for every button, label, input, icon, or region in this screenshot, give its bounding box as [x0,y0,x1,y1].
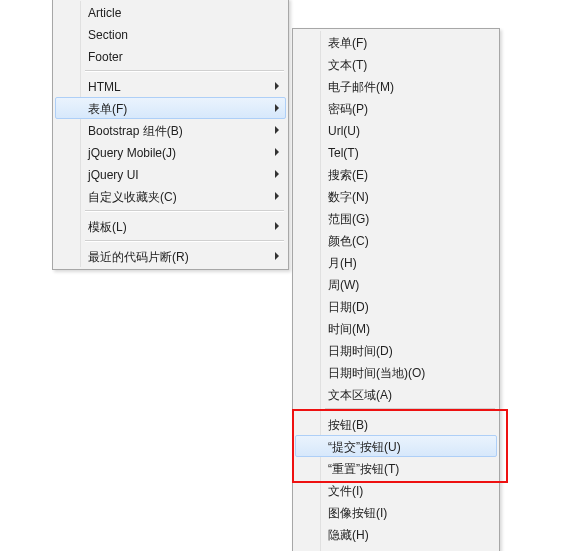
menu-item-label: 范围(G) [328,212,369,226]
menu-item-label: 搜索(E) [328,168,368,182]
menu-item-label: 按钮(B) [328,418,368,432]
menu-item-r-email[interactable]: 电子邮件(M) [295,75,497,97]
menu-item-label: 数字(N) [328,190,369,204]
menu-separator [85,210,284,212]
menu-item-r-date[interactable]: 日期(D) [295,295,497,317]
menu-separator [325,408,495,410]
menu-item-r-number[interactable]: 数字(N) [295,185,497,207]
menu-item-r-hidden[interactable]: 隐藏(H) [295,523,497,545]
menu-item-custom-fav[interactable]: 自定义收藏夹(C) [55,185,286,207]
menu-item-label: 文本区域(A) [328,388,392,402]
menu-item-label: “提交”按钮(U) [328,440,401,454]
menu-item-label: HTML [88,80,121,94]
menu-item-label: Bootstrap 组件(B) [88,124,183,138]
menu-item-label: jQuery UI [88,168,139,182]
menu-item-label: 日期(D) [328,300,369,314]
menu-item-label: 图像按钮(I) [328,506,387,520]
menu-item-r-image-button[interactable]: 图像按钮(I) [295,501,497,523]
menu-item-label: 表单(F) [88,102,127,116]
menu-item-label: “重置”按钮(T) [328,462,399,476]
menu-item-r-range[interactable]: 范围(G) [295,207,497,229]
menu-separator [85,240,284,242]
menu-item-label: Section [88,28,128,42]
menu-item-templates[interactable]: 模板(L) [55,215,286,237]
menu-item-r-time[interactable]: 时间(M) [295,317,497,339]
menu-item-label: 文件(I) [328,484,363,498]
menu-item-recent-snippets[interactable]: 最近的代码片断(R) [55,245,286,267]
menu-item-r-tel[interactable]: Tel(T) [295,141,497,163]
menu-item-r-form[interactable]: 表单(F) [295,31,497,53]
menu-item-r-url[interactable]: Url(U) [295,119,497,141]
menu-item-label: 月(H) [328,256,357,270]
menu-item-label: 日期时间(当地)(O) [328,366,425,380]
menu-separator [85,70,284,72]
menu-item-label: 电子邮件(M) [328,80,394,94]
menu-item-label: 日期时间(D) [328,344,393,358]
menu-item-label: 模板(L) [88,220,127,234]
menu-item-jquery-mobile[interactable]: jQuery Mobile(J) [55,141,286,163]
menu-item-footer[interactable]: Footer [55,45,286,67]
menu-item-label: 颜色(C) [328,234,369,248]
menu-item-section[interactable]: Section [55,23,286,45]
menu-item-label: 隐藏(H) [328,528,369,542]
menu-item-label: Article [88,6,121,20]
menu-item-r-button[interactable]: 按钮(B) [295,413,497,435]
menu-item-label: 表单(F) [328,36,367,50]
menu-item-r-datetime-local[interactable]: 日期时间(当地)(O) [295,361,497,383]
menu-item-r-password[interactable]: 密码(P) [295,97,497,119]
menu-item-label: Tel(T) [328,146,359,160]
menu-item-jquery-ui[interactable]: jQuery UI [55,163,286,185]
menu-item-r-month[interactable]: 月(H) [295,251,497,273]
menu-item-label: 自定义收藏夹(C) [88,190,177,204]
context-menu-form-submenu: 表单(F)文本(T)电子邮件(M)密码(P)Url(U)Tel(T)搜索(E)数… [292,28,500,551]
menu-item-form[interactable]: 表单(F) [55,97,286,119]
menu-item-r-datetime[interactable]: 日期时间(D) [295,339,497,361]
menu-item-r-submit-button[interactable]: “提交”按钮(U) [295,435,497,457]
menu-item-r-color[interactable]: 颜色(C) [295,229,497,251]
menu-item-label: jQuery Mobile(J) [88,146,176,160]
menu-item-r-text[interactable]: 文本(T) [295,53,497,75]
menu-item-label: 文本(T) [328,58,367,72]
menu-item-r-week[interactable]: 周(W) [295,273,497,295]
context-menu-left: ArticleSectionFooter HTML表单(F)Bootstrap … [52,0,289,270]
menu-item-article[interactable]: Article [55,1,286,23]
menu-item-label: 时间(M) [328,322,370,336]
menu-item-bootstrap[interactable]: Bootstrap 组件(B) [55,119,286,141]
menu-item-r-textarea[interactable]: 文本区域(A) [295,383,497,405]
menu-item-label: 密码(P) [328,102,368,116]
menu-item-r-reset-button[interactable]: “重置”按钮(T) [295,457,497,479]
menu-item-label: Url(U) [328,124,360,138]
menu-item-r-search[interactable]: 搜索(E) [295,163,497,185]
menu-item-label: 周(W) [328,278,359,292]
menu-item-label: 最近的代码片断(R) [88,250,189,264]
menu-item-label: Footer [88,50,123,64]
menu-item-r-file[interactable]: 文件(I) [295,479,497,501]
menu-item-html[interactable]: HTML [55,75,286,97]
